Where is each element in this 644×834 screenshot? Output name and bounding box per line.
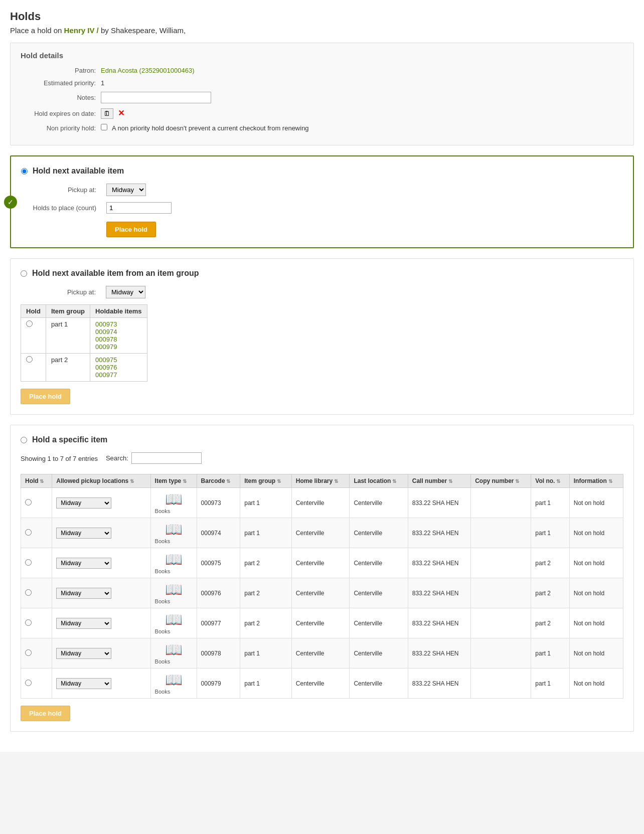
table-row: Midway 📖 Books 000977 part 2 Centerville… bbox=[21, 608, 623, 638]
specific-item-radio[interactable] bbox=[25, 649, 32, 656]
table-row: Midway 📖 Books 000975 part 2 Centerville… bbox=[21, 548, 623, 578]
section2-pickup-select[interactable]: Midway bbox=[106, 286, 145, 298]
row-pickup-cell[interactable]: Midway bbox=[52, 578, 150, 608]
notes-label: Notes: bbox=[21, 94, 101, 101]
th-call-number[interactable]: Call number bbox=[408, 474, 470, 488]
row-item-type-cell: 📖 Books bbox=[150, 608, 197, 638]
row-radio-cell[interactable] bbox=[21, 488, 52, 518]
row-radio-cell[interactable] bbox=[21, 669, 52, 699]
row-copy-number-cell bbox=[471, 669, 531, 699]
ig-cell-radio[interactable] bbox=[21, 318, 46, 354]
section2-radio[interactable] bbox=[21, 270, 27, 277]
row-pickup-cell[interactable]: Midway bbox=[52, 608, 150, 638]
row-home-library-cell: Centerville bbox=[291, 669, 350, 699]
patron-label: Patron: bbox=[21, 67, 101, 74]
row-item-group-cell: part 2 bbox=[240, 578, 292, 608]
section1-place-hold-button[interactable]: Place hold bbox=[106, 222, 156, 237]
specific-item-radio[interactable] bbox=[25, 619, 32, 626]
holdable-item-link[interactable]: 000976 bbox=[95, 364, 141, 371]
row-vol-no-cell: part 1 bbox=[531, 518, 569, 548]
row-pickup-cell[interactable]: Midway bbox=[52, 518, 150, 548]
ig-cell-holdable: 000975000976000977 bbox=[90, 354, 147, 382]
ig-cell-group: part 2 bbox=[46, 354, 90, 382]
non-priority-checkbox-label[interactable]: A non priority hold doesn't prevent a cu… bbox=[101, 124, 309, 132]
row-pickup-select[interactable]: Midway bbox=[56, 528, 111, 539]
row-pickup-cell[interactable]: Midway bbox=[52, 548, 150, 578]
row-pickup-select[interactable]: Midway bbox=[56, 678, 111, 689]
row-call-number-cell: 833.22 SHA HEN bbox=[408, 669, 470, 699]
row-radio-cell[interactable] bbox=[21, 638, 52, 669]
holdable-item-link[interactable]: 000975 bbox=[95, 356, 141, 364]
section-item-group: Hold next available item from an item gr… bbox=[10, 258, 634, 415]
page-wrapper: Holds Place a hold on Henry IV / by Shak… bbox=[0, 0, 644, 752]
non-priority-text: A non priority hold doesn't prevent a cu… bbox=[112, 124, 309, 132]
notes-input[interactable] bbox=[101, 92, 211, 103]
row-pickup-select[interactable]: Midway bbox=[56, 588, 111, 599]
row-barcode-cell: 000973 bbox=[197, 488, 240, 518]
title-link[interactable]: Henry IV / bbox=[64, 26, 99, 35]
section1-radio[interactable] bbox=[21, 168, 28, 175]
holdable-item-link[interactable]: 000973 bbox=[95, 320, 141, 328]
th-hold[interactable]: Hold bbox=[21, 474, 52, 488]
th-barcode[interactable]: Barcode bbox=[197, 474, 240, 488]
th-home-library[interactable]: Home library bbox=[291, 474, 350, 488]
specific-item-radio[interactable] bbox=[25, 680, 32, 686]
th-copy-number[interactable]: Copy number bbox=[471, 474, 531, 488]
th-item-type[interactable]: Item type bbox=[150, 474, 197, 488]
row-pickup-cell[interactable]: Midway bbox=[52, 488, 150, 518]
specific-item-radio[interactable] bbox=[25, 529, 32, 536]
section3-place-hold-button[interactable]: Place hold bbox=[21, 706, 70, 721]
section3-top-bar: Showing 1 to 7 of 7 entries Search: bbox=[21, 452, 623, 469]
row-home-library-cell: Centerville bbox=[291, 488, 350, 518]
section2-place-hold-button[interactable]: Place hold bbox=[21, 389, 70, 404]
book-icon: 📖 bbox=[155, 672, 193, 688]
ig-radio[interactable] bbox=[26, 356, 33, 363]
search-input[interactable] bbox=[131, 452, 202, 464]
hold-expires-label: Hold expires on date: bbox=[21, 110, 101, 117]
section2-pickup-label: Pickup at: bbox=[21, 288, 101, 296]
holdable-item-link[interactable]: 000974 bbox=[95, 328, 141, 336]
row-radio-cell[interactable] bbox=[21, 578, 52, 608]
row-vol-no-cell: part 1 bbox=[531, 669, 569, 699]
table-row: Midway 📖 Books 000978 part 1 Centerville… bbox=[21, 638, 623, 669]
row-pickup-select[interactable]: Midway bbox=[56, 648, 111, 659]
section3-radio[interactable] bbox=[21, 437, 27, 443]
specific-item-radio[interactable] bbox=[25, 589, 32, 596]
row-item-group-cell: part 1 bbox=[240, 638, 292, 669]
th-vol-no[interactable]: Vol no. bbox=[531, 474, 569, 488]
row-radio-cell[interactable] bbox=[21, 608, 52, 638]
non-priority-checkbox[interactable] bbox=[101, 124, 107, 130]
notes-value[interactable] bbox=[101, 92, 623, 103]
row-last-location-cell: Centerville bbox=[350, 638, 408, 669]
row-information-cell: Not on hold bbox=[569, 608, 623, 638]
holdable-item-link[interactable]: 000977 bbox=[95, 371, 141, 379]
clear-date-button[interactable]: ✕ bbox=[118, 108, 124, 118]
ig-cell-radio[interactable] bbox=[21, 354, 46, 382]
row-pickup-cell[interactable]: Midway bbox=[52, 638, 150, 669]
row-pickup-cell[interactable]: Midway bbox=[52, 669, 150, 699]
specific-item-radio[interactable] bbox=[25, 559, 32, 566]
row-item-group-cell: part 1 bbox=[240, 518, 292, 548]
row-radio-cell[interactable] bbox=[21, 548, 52, 578]
row-pickup-select[interactable]: Midway bbox=[56, 558, 111, 569]
section1-holds-count-input[interactable] bbox=[106, 202, 172, 214]
row-pickup-select[interactable]: Midway bbox=[56, 497, 111, 509]
row-radio-cell[interactable] bbox=[21, 518, 52, 548]
specific-item-radio[interactable] bbox=[25, 499, 32, 506]
ig-radio[interactable] bbox=[26, 320, 33, 327]
row-last-location-cell: Centerville bbox=[350, 669, 408, 699]
holdable-item-link[interactable]: 000978 bbox=[95, 336, 141, 343]
specific-items-section: Showing 1 to 7 of 7 entries Search: Hold… bbox=[21, 452, 623, 721]
holdable-item-link[interactable]: 000979 bbox=[95, 343, 141, 351]
th-item-group[interactable]: Item group bbox=[240, 474, 292, 488]
row-call-number-cell: 833.22 SHA HEN bbox=[408, 638, 470, 669]
row-pickup-select[interactable]: Midway bbox=[56, 618, 111, 629]
section1-pickup-select[interactable]: Midway bbox=[106, 184, 146, 196]
th-information[interactable]: Information bbox=[569, 474, 623, 488]
section1-title: Hold next available item bbox=[33, 166, 124, 176]
row-call-number-cell: 833.22 SHA HEN bbox=[408, 548, 470, 578]
th-last-location[interactable]: Last location bbox=[350, 474, 408, 488]
row-last-location-cell: Centerville bbox=[350, 608, 408, 638]
calendar-button[interactable]: 🗓 bbox=[101, 108, 113, 119]
th-pickup-locations[interactable]: Allowed pickup locations bbox=[52, 474, 150, 488]
